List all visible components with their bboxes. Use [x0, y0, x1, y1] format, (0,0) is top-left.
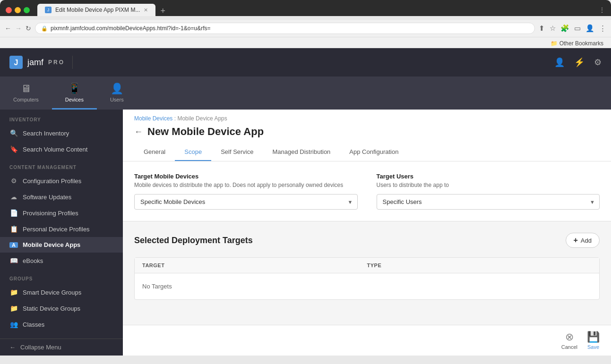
sidebar-content-label: CONTENT MANAGEMENT	[0, 157, 123, 173]
static-groups-icon: 📁	[9, 305, 18, 312]
tab-app-configuration[interactable]: App Configuration	[340, 144, 408, 161]
breadcrumb-current: Mobile Device Apps	[177, 115, 227, 122]
sidebar-item-smart-device-groups[interactable]: 📁 Smart Device Groups	[0, 284, 123, 300]
breadcrumb-parent[interactable]: Mobile Devices	[134, 115, 172, 122]
page-back-arrow[interactable]: ←	[134, 127, 143, 137]
target-users-label: Target Users	[377, 173, 600, 180]
flash-header-icon[interactable]: ⚡	[574, 57, 585, 68]
sidebar-label-search-volume: Search Volume Content	[23, 146, 87, 153]
mobile-devices-select[interactable]: All Mobile Devices Specific Mobile Devic…	[134, 194, 358, 210]
target-mobile-devices-desc: Mobile devices to distribute the app to.…	[134, 182, 358, 188]
traffic-light-red[interactable]	[6, 7, 12, 13]
lock-icon: 🔒	[41, 25, 48, 32]
settings-header-icon[interactable]: ⚙	[594, 57, 602, 68]
save-icon: 💾	[587, 331, 600, 343]
reload-button[interactable]: ↻	[26, 25, 31, 32]
search-inventory-icon: 🔍	[9, 129, 18, 137]
tab-close-icon[interactable]: ✕	[144, 7, 148, 13]
collapse-icon: ←	[9, 344, 16, 351]
share-icon[interactable]: ⬆	[539, 24, 545, 33]
smart-groups-icon: 📁	[9, 288, 18, 296]
cancel-button[interactable]: ⊗ Cancel	[561, 331, 577, 350]
tab-title: Edit Mobile Device App PIXM M...	[55, 7, 140, 13]
bookmark-icon[interactable]: ☆	[550, 24, 556, 33]
sidebar-item-classes[interactable]: 👥 Classes	[0, 316, 123, 332]
tab-managed-distribution[interactable]: Managed Distribution	[263, 144, 340, 161]
targets-table: TARGET TYPE No Targets	[134, 257, 600, 300]
sidebar-item-personal-device-profiles[interactable]: 📋 Personal Device Profiles	[0, 221, 123, 237]
scope-row: Target Mobile Devices Mobile devices to …	[134, 173, 600, 210]
browser-menu-dots[interactable]: ⋮	[599, 24, 606, 33]
users-select-wrapper: All Users Specific Users No Users ▼	[377, 194, 600, 210]
main-nav: 🖥 Computers 📱 Devices 👤 Users	[0, 76, 611, 110]
nav-item-users[interactable]: 👤 Users	[97, 76, 137, 110]
page-title-row: ← New Mobile Device App	[134, 126, 600, 144]
sidebar-label-software-updates: Software Updates	[23, 194, 71, 201]
computers-nav-label: Computers	[13, 97, 39, 102]
target-mobile-devices-label: Target Mobile Devices	[134, 173, 358, 180]
sidebar-inventory-label: INVENTORY	[0, 110, 123, 125]
personal-device-profiles-icon: 📋	[9, 225, 18, 233]
profile-icon[interactable]: 👤	[585, 24, 594, 33]
provisioning-profiles-icon: 📄	[9, 209, 18, 217]
deployment-section: Selected Deployment Targets + Add TARGET…	[123, 221, 611, 325]
nav-item-devices[interactable]: 📱 Devices	[52, 76, 97, 110]
cancel-icon: ⊗	[565, 331, 574, 343]
sidebar-item-software-updates[interactable]: ☁ Software Updates	[0, 189, 123, 205]
content-area: INVENTORY 🔍 Search Inventory 🔖 Search Vo…	[0, 110, 611, 356]
collapse-menu[interactable]: ← Collapse Menu	[0, 339, 123, 356]
ebooks-icon: 📖	[9, 257, 18, 264]
sidebar-item-static-device-groups[interactable]: 📁 Static Device Groups	[0, 300, 123, 316]
tab-self-service[interactable]: Self Service	[211, 144, 263, 161]
new-tab-button[interactable]: +	[156, 6, 169, 16]
jamf-logo-icon: J	[9, 56, 23, 69]
browser-menu-icon[interactable]: ⋮	[599, 6, 605, 14]
sidebar-browser-icon[interactable]: ▭	[574, 24, 581, 33]
scope-section: Target Mobile Devices Mobile devices to …	[123, 161, 611, 221]
mobile-devices-select-wrapper: All Mobile Devices Specific Mobile Devic…	[134, 194, 358, 210]
forward-nav-button[interactable]: →	[15, 25, 22, 32]
footer-actions: ⊗ Cancel 💾 Save	[123, 325, 611, 356]
sidebar-groups-label: GROUPS	[0, 269, 123, 284]
users-select[interactable]: All Users Specific Users No Users	[377, 194, 600, 210]
devices-nav-icon: 📱	[68, 83, 81, 95]
sidebar-label-ebooks: eBooks	[23, 257, 43, 264]
sidebar-item-search-inventory[interactable]: 🔍 Search Inventory	[0, 125, 123, 141]
save-button[interactable]: 💾 Save	[587, 331, 600, 350]
nav-item-computers[interactable]: 🖥 Computers	[0, 76, 52, 110]
computers-nav-icon: 🖥	[21, 83, 31, 95]
url-text: pixmnfr.jamfcloud.com/mobileDeviceApps.h…	[51, 25, 210, 32]
mobile-device-apps-icon: A	[9, 242, 18, 248]
traffic-light-yellow[interactable]	[15, 7, 21, 13]
collapse-label: Collapse Menu	[20, 344, 61, 351]
back-nav-button[interactable]: ←	[5, 25, 11, 32]
sidebar-item-config-profiles[interactable]: ⚙ Configuration Profiles	[0, 173, 123, 189]
sidebar-label-personal-device-profiles: Personal Device Profiles	[23, 226, 90, 233]
add-button-label: Add	[581, 237, 592, 244]
sidebar-label-provisioning-profiles: Provisioning Profiles	[23, 210, 78, 217]
other-bookmarks[interactable]: 📁 Other Bookmarks	[548, 39, 606, 48]
save-label: Save	[587, 344, 599, 350]
sidebar-label-mobile-device-apps: Mobile Device Apps	[23, 241, 80, 248]
jamf-text: jamf	[27, 58, 43, 68]
config-profiles-icon: ⚙	[9, 177, 18, 185]
targets-table-header: TARGET TYPE	[135, 258, 599, 273]
tab-scope[interactable]: Scope	[175, 144, 211, 161]
search-volume-icon: 🔖	[9, 145, 18, 153]
users-nav-icon: 👤	[111, 83, 123, 95]
traffic-light-green[interactable]	[24, 7, 30, 13]
extensions-icon[interactable]: 🧩	[560, 24, 569, 33]
tab-general[interactable]: General	[134, 144, 175, 161]
sidebar-item-mobile-device-apps[interactable]: A Mobile Device Apps	[0, 237, 123, 253]
user-header-icon[interactable]: 👤	[554, 57, 565, 68]
address-bar[interactable]: 🔒 pixmnfr.jamfcloud.com/mobileDeviceApps…	[35, 23, 535, 34]
software-updates-icon: ☁	[9, 193, 18, 201]
classes-icon: 👥	[9, 321, 18, 328]
jamf-logo: J jamf PRO	[9, 56, 73, 69]
add-button[interactable]: + Add	[566, 233, 600, 248]
sidebar-item-search-volume[interactable]: 🔖 Search Volume Content	[0, 141, 123, 157]
sidebar-item-ebooks[interactable]: 📖 eBooks	[0, 253, 123, 269]
sidebar-item-provisioning-profiles[interactable]: 📄 Provisioning Profiles	[0, 205, 123, 221]
deployment-title: Selected Deployment Targets	[134, 236, 253, 245]
active-browser-tab[interactable]: J Edit Mobile Device App PIXM M... ✕	[37, 4, 155, 16]
